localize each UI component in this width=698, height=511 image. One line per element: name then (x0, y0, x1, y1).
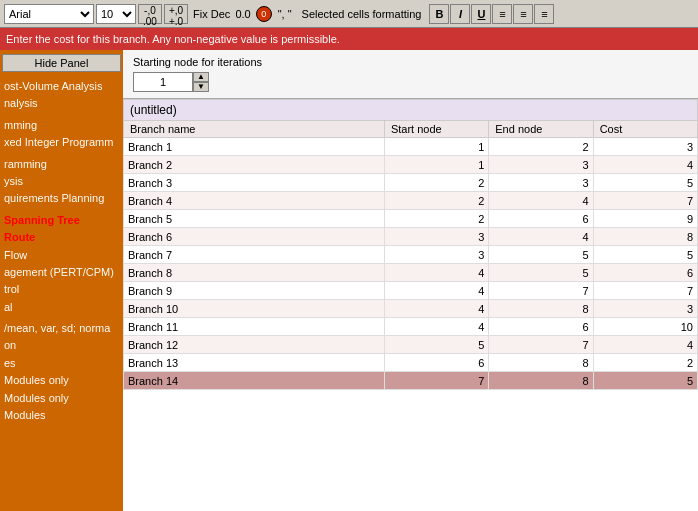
cell-branch-name[interactable]: Branch 3 (124, 174, 385, 192)
cell-end-node[interactable]: 8 (489, 300, 593, 318)
hide-panel-button[interactable]: Hide Panel (2, 54, 121, 72)
iterations-spin-up[interactable]: ▲ (193, 72, 209, 82)
cell-start-node[interactable]: 2 (384, 210, 488, 228)
sidebar-item-integer[interactable]: xed Integer Programm (2, 134, 121, 151)
cell-branch-name[interactable]: Branch 10 (124, 300, 385, 318)
cell-branch-name[interactable]: Branch 8 (124, 264, 385, 282)
font-select[interactable]: Arial (4, 4, 94, 24)
cell-branch-name[interactable]: Branch 2 (124, 156, 385, 174)
iterations-input[interactable] (133, 72, 193, 92)
cell-start-node[interactable]: 1 (384, 156, 488, 174)
sidebar-item-stats[interactable]: /mean, var, sd; norma (2, 320, 121, 337)
cell-branch-name[interactable]: Branch 11 (124, 318, 385, 336)
cell-end-node[interactable]: 5 (489, 264, 593, 282)
cell-cost[interactable]: 7 (593, 192, 697, 210)
sidebar-item-es[interactable]: es (2, 355, 121, 372)
table-row[interactable]: Branch 13682 (124, 354, 698, 372)
cell-start-node[interactable]: 3 (384, 228, 488, 246)
font-size-select[interactable]: 10 (96, 4, 136, 24)
cell-start-node[interactable]: 4 (384, 318, 488, 336)
cell-start-node[interactable]: 6 (384, 354, 488, 372)
cell-start-node[interactable]: 7 (384, 372, 488, 390)
table-row[interactable]: Branch 1123 (124, 138, 698, 156)
cell-cost[interactable]: 5 (593, 246, 697, 264)
sidebar-item-flow[interactable]: Flow (2, 247, 121, 264)
align-center-btn[interactable]: ≡ (513, 4, 533, 24)
table-row[interactable]: Branch 8456 (124, 264, 698, 282)
table-row[interactable]: Branch 9477 (124, 282, 698, 300)
table-row[interactable]: Branch 2134 (124, 156, 698, 174)
underline-btn[interactable]: U (471, 4, 491, 24)
align-left-btn[interactable]: ≡ (492, 4, 512, 24)
sidebar-item-mming[interactable]: mming (2, 117, 121, 134)
sidebar-item-al[interactable]: al (2, 299, 121, 316)
sidebar-item-spanning-tree[interactable]: Spanning Tree (2, 212, 121, 229)
cell-start-node[interactable]: 5 (384, 336, 488, 354)
sidebar-item-route[interactable]: Route (2, 229, 121, 246)
cell-end-node[interactable]: 5 (489, 246, 593, 264)
cell-branch-name[interactable]: Branch 6 (124, 228, 385, 246)
cell-cost[interactable]: 3 (593, 138, 697, 156)
cell-start-node[interactable]: 2 (384, 174, 488, 192)
cell-cost[interactable]: 4 (593, 336, 697, 354)
cell-start-node[interactable]: 4 (384, 300, 488, 318)
table-row[interactable]: Branch 5269 (124, 210, 698, 228)
cell-end-node[interactable]: 3 (489, 174, 593, 192)
cell-cost[interactable]: 3 (593, 300, 697, 318)
cell-cost[interactable]: 5 (593, 372, 697, 390)
sidebar-item-on[interactable]: on (2, 337, 121, 354)
cell-cost[interactable]: 10 (593, 318, 697, 336)
sidebar-item-modules-only-2[interactable]: Modules only (2, 390, 121, 407)
cell-end-node[interactable]: 8 (489, 372, 593, 390)
cell-branch-name[interactable]: Branch 1 (124, 138, 385, 156)
table-row[interactable]: Branch 3235 (124, 174, 698, 192)
spreadsheet-container[interactable]: (untitled) Branch name Start node End no… (123, 99, 698, 511)
cell-start-node[interactable]: 1 (384, 138, 488, 156)
sidebar-item-cost-volume[interactable]: ost-Volume Analysis (2, 78, 121, 95)
cell-end-node[interactable]: 3 (489, 156, 593, 174)
cell-branch-name[interactable]: Branch 13 (124, 354, 385, 372)
cell-branch-name[interactable]: Branch 12 (124, 336, 385, 354)
cell-end-node[interactable]: 6 (489, 210, 593, 228)
cell-branch-name[interactable]: Branch 9 (124, 282, 385, 300)
sidebar-item-analysis[interactable]: nalysis (2, 95, 121, 112)
bold-btn[interactable]: B (429, 4, 449, 24)
cell-end-node[interactable]: 7 (489, 282, 593, 300)
table-row[interactable]: Branch 14785 (124, 372, 698, 390)
dec-circle-btn[interactable]: 0 (256, 6, 272, 22)
sidebar-item-ramming[interactable]: ramming (2, 156, 121, 173)
cell-start-node[interactable]: 2 (384, 192, 488, 210)
cell-end-node[interactable]: 4 (489, 228, 593, 246)
cell-cost[interactable]: 9 (593, 210, 697, 228)
cell-cost[interactable]: 4 (593, 156, 697, 174)
cell-cost[interactable]: 7 (593, 282, 697, 300)
cell-cost[interactable]: 5 (593, 174, 697, 192)
table-row[interactable]: Branch 114610 (124, 318, 698, 336)
table-row[interactable]: Branch 4247 (124, 192, 698, 210)
italic-btn[interactable]: I (450, 4, 470, 24)
cell-end-node[interactable]: 6 (489, 318, 593, 336)
sidebar-item-pert-cpm[interactable]: agement (PERT/CPM) (2, 264, 121, 281)
cell-cost[interactable]: 2 (593, 354, 697, 372)
cell-end-node[interactable]: 4 (489, 192, 593, 210)
cell-end-node[interactable]: 8 (489, 354, 593, 372)
dec-plus-btn[interactable]: +,0+.0 (164, 4, 188, 24)
table-row[interactable]: Branch 7355 (124, 246, 698, 264)
cell-branch-name[interactable]: Branch 4 (124, 192, 385, 210)
cell-start-node[interactable]: 3 (384, 246, 488, 264)
sidebar-item-ysis[interactable]: ysis (2, 173, 121, 190)
sidebar-item-trol[interactable]: trol (2, 281, 121, 298)
cell-branch-name[interactable]: Branch 7 (124, 246, 385, 264)
table-row[interactable]: Branch 10483 (124, 300, 698, 318)
cell-branch-name[interactable]: Branch 14 (124, 372, 385, 390)
cell-cost[interactable]: 6 (593, 264, 697, 282)
cell-end-node[interactable]: 7 (489, 336, 593, 354)
sidebar-item-modules[interactable]: Modules (2, 407, 121, 424)
sidebar-item-modules-only-1[interactable]: Modules only (2, 372, 121, 389)
cell-branch-name[interactable]: Branch 5 (124, 210, 385, 228)
cell-end-node[interactable]: 2 (489, 138, 593, 156)
cell-start-node[interactable]: 4 (384, 282, 488, 300)
iterations-spin-down[interactable]: ▼ (193, 82, 209, 92)
sidebar-item-requirements[interactable]: quirements Planning (2, 190, 121, 207)
table-row[interactable]: Branch 6348 (124, 228, 698, 246)
